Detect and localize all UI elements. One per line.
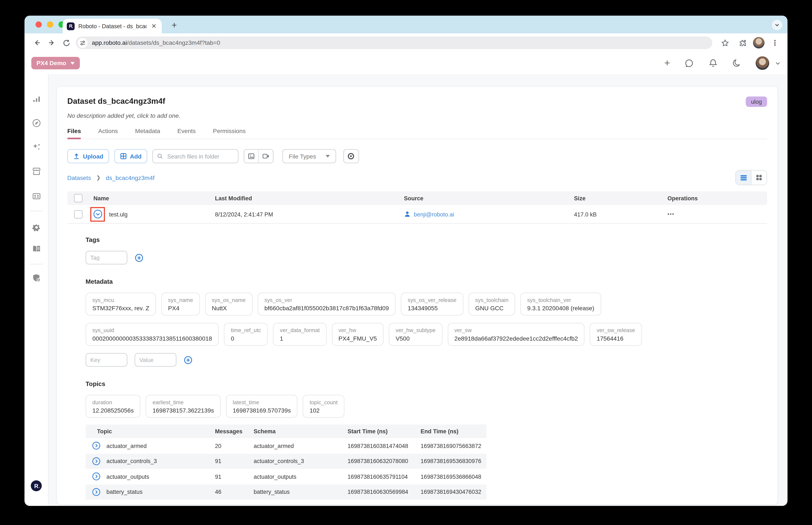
file-row[interactable]: test.ulg 8/12/2024, 2:41:47 PM benji@rob… [67,205,767,224]
sidebar-item-collections[interactable] [31,191,41,201]
expand-topic-button[interactable] [91,472,101,481]
file-search [152,149,239,163]
file-search-input[interactable] [166,153,234,160]
video-filter-button[interactable] [259,150,273,163]
dataset-tabs: Files Actions Metadata Events Permission… [67,128,767,139]
metadata-chip-row: sys_mcuSTM32F76xxx, rev. Z sys_namePX4 s… [86,292,767,316]
sidebar-item-settings[interactable] [31,222,41,232]
select-all-checkbox[interactable] [74,194,83,202]
list-view-button[interactable] [736,170,751,185]
site-settings-icon[interactable] [78,38,88,48]
topic-start: 1698738160635791104 [348,474,420,480]
tag-input[interactable] [86,251,128,265]
topic-start: 1698738160630569984 [348,489,420,495]
tab-files[interactable]: Files [67,128,81,139]
star-icon [721,39,729,47]
tab-permissions[interactable]: Permissions [213,128,246,139]
sidebar-divider [30,264,43,265]
tab-actions[interactable]: Actions [98,128,118,139]
operations-menu-button[interactable]: ••• [667,211,767,217]
row-checkbox[interactable] [74,210,83,218]
extensions-button[interactable] [735,35,750,50]
topic-schema: actuator_outputs [253,474,348,480]
forward-arrow-icon [47,39,56,47]
chevron-right-icon: ❯ [96,175,101,180]
topic-name: battery_status [106,489,215,495]
col-name: Name [93,195,215,201]
image-filter-button[interactable] [245,150,259,163]
topic-summary-chip: earliest_time1698738157.3622139s [146,395,221,418]
topic-row[interactable]: battery_status 46 battery_status 1698738… [86,484,486,499]
sidebar-item-datasets[interactable] [32,94,41,104]
card-grid-icon [31,191,41,201]
reload-button[interactable] [59,35,74,50]
description-placeholder[interactable]: No description added yet, click to add o… [67,113,767,119]
breadcrumb-current-link[interactable]: ds_bcac4ngz3m4f [106,175,154,181]
tags-heading: Tags [86,236,767,243]
topic-row[interactable]: actuator_outputs 91 actuator_outputs 169… [86,469,486,484]
minimize-window-button[interactable] [47,21,53,28]
tab-events[interactable]: Events [177,128,195,139]
bookmark-star-button[interactable] [718,35,732,50]
visibility-toggle-button[interactable] [343,149,359,163]
browser-profile-avatar[interactable] [753,37,765,48]
metadata-chip: time_ref_utc0 [224,323,268,346]
col-source: Source [404,195,574,201]
tab-close-icon[interactable]: ✕ [150,22,158,30]
tab-search-button[interactable] [772,20,782,30]
address-bar[interactable]: app.roboto.ai/datasets/ds_bcac4ngz3m4f?t… [76,36,712,49]
grid-view-button[interactable] [751,170,767,185]
upload-button[interactable]: Upload [67,149,109,163]
metadata-value-input[interactable] [135,353,176,367]
topic-messages: 46 [215,489,254,495]
metadata-key-input[interactable] [86,353,128,367]
metadata-chip: sys_os_verbf660cba2af81f055002b3817c87b1… [257,292,396,316]
file-types-select[interactable]: File Types [282,149,336,163]
expand-topic-button[interactable] [91,457,101,466]
file-name[interactable]: test.ulg [109,211,128,217]
app-sidebar: R [25,74,49,506]
sidebar-item-docs[interactable] [31,244,41,254]
back-arrow-icon [33,39,41,47]
new-tab-button[interactable]: + [172,20,177,31]
add-metadata-button[interactable] [184,356,193,364]
compass-icon [31,118,41,128]
account-chevron-icon[interactable] [775,60,781,66]
chat-button[interactable] [684,58,694,68]
col-end-time: End Time (ns) [420,428,486,434]
expand-topic-button[interactable] [91,487,101,496]
roboto-logo[interactable]: R [31,480,42,491]
topic-row[interactable]: actuator_controls_3 91 actuator_controls… [86,453,486,469]
dark-mode-toggle[interactable] [732,58,741,68]
app-topbar: PX4 Demo + [25,52,787,74]
video-icon [262,152,270,160]
file-source-link[interactable]: benji@roboto.ai [414,211,454,217]
sidebar-item-explore[interactable] [31,118,41,128]
caret-down-icon [325,155,329,158]
expand-topic-button[interactable] [91,441,101,450]
back-button[interactable] [30,35,44,50]
breadcrumb-datasets-link[interactable]: Datasets [67,175,91,181]
files-table-header: Name Last Modified Source Size Operation… [67,191,767,205]
file-details-panel: Tags Metadata sys_mcuSTM32F76xxx, rev. Z… [67,224,767,499]
add-tag-button[interactable] [135,253,144,262]
browser-tab[interactable]: R Roboto - Dataset - ds_bcac4 ✕ [63,19,162,33]
page-title: Dataset ds_bcac4ngz3m4f [67,96,165,105]
forward-button[interactable] [44,35,59,50]
browser-menu-button[interactable]: ⋮ [768,35,782,50]
notifications-button[interactable] [708,58,718,68]
browser-tabstrip: R Roboto - Dataset - ds_bcac4 ✕ + [25,16,787,33]
sidebar-item-admin[interactable] [31,273,41,283]
col-start-time: Start Time (ns) [348,428,420,434]
add-button[interactable]: Add [114,149,147,163]
sidebar-item-actions-hub[interactable] [31,167,41,177]
user-avatar[interactable] [756,56,769,70]
org-switcher-button[interactable]: PX4 Demo [31,57,79,70]
tab-metadata[interactable]: Metadata [135,128,160,139]
create-new-button[interactable]: + [664,57,670,69]
sidebar-item-ai[interactable] [31,142,41,152]
topic-row[interactable]: actuator_armed 20 actuator_armed 1698738… [86,438,486,453]
close-window-button[interactable] [35,21,42,28]
topic-messages: 91 [215,458,254,464]
topic-messages: 91 [215,474,254,480]
